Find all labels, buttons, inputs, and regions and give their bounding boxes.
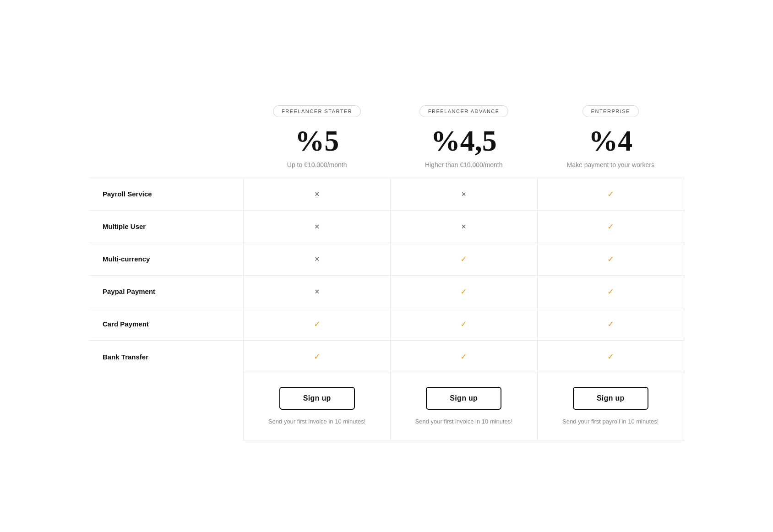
feature-name-cell: Paypal Payment <box>89 276 244 308</box>
feature-name-label: Multiple User <box>98 223 146 230</box>
feature-cell-check: ✓ <box>390 308 537 341</box>
feature-name-label: Payroll Service <box>98 190 152 198</box>
feature-cell-check: ✓ <box>537 308 684 341</box>
x-icon: × <box>315 255 320 264</box>
check-icon: ✓ <box>460 287 467 296</box>
signup-button-0[interactable]: Sign up <box>279 387 355 410</box>
x-icon: × <box>315 287 320 296</box>
check-icon: ✓ <box>460 255 467 264</box>
feature-cell-x: × <box>390 178 537 211</box>
feature-name-label: Bank Transfer <box>98 353 148 361</box>
plan-header-enterprise: ENTERPRISE %4 Make payment to your worke… <box>537 92 684 178</box>
footer-tagline-1: Send your first invoice in 10 minutes! <box>400 417 528 426</box>
feature-label-header-cell <box>89 92 244 178</box>
footer-cell-0: Sign upSend your first invoice in 10 min… <box>244 373 391 440</box>
feature-row: Paypal Payment×✓✓ <box>89 276 684 308</box>
feature-row: Multiple User××✓ <box>89 211 684 243</box>
plan-subtitle-starter: Up to €10.000/month <box>253 161 381 168</box>
check-icon: ✓ <box>607 287 614 296</box>
feature-name-cell: Payroll Service <box>89 178 244 211</box>
plan-subtitle-enterprise: Make payment to your workers <box>546 161 675 168</box>
plan-price-starter: %5 <box>253 126 381 156</box>
feature-name-cell: Bank Transfer <box>89 341 244 373</box>
check-icon: ✓ <box>314 320 321 329</box>
feature-name-label: Paypal Payment <box>98 288 155 295</box>
feature-cell-check: ✓ <box>537 276 684 308</box>
x-icon: × <box>461 222 466 231</box>
check-icon: ✓ <box>314 352 321 361</box>
footer-row: Sign upSend your first invoice in 10 min… <box>89 373 684 440</box>
feature-name-cell: Card Payment <box>89 308 244 341</box>
footer-cell-1: Sign upSend your first invoice in 10 min… <box>390 373 537 440</box>
check-icon: ✓ <box>607 222 614 231</box>
plan-header-advance: FREELANCER ADVANCE %4,5 Higher than €10.… <box>390 92 537 178</box>
feature-cell-check: ✓ <box>390 276 537 308</box>
plan-badge-enterprise: ENTERPRISE <box>546 105 675 126</box>
plan-badge-label-starter: FREELANCER STARTER <box>273 105 361 117</box>
signup-button-1[interactable]: Sign up <box>426 387 501 410</box>
x-icon: × <box>315 222 320 231</box>
plan-badge-label-advance: FREELANCER ADVANCE <box>419 105 508 117</box>
feature-cell-check: ✓ <box>390 243 537 276</box>
check-icon: ✓ <box>607 352 614 361</box>
check-icon: ✓ <box>460 352 467 361</box>
signup-button-2[interactable]: Sign up <box>573 387 648 410</box>
plan-price-enterprise: %4 <box>546 126 675 156</box>
feature-cell-x: × <box>244 178 391 211</box>
footer-empty-cell <box>89 373 244 440</box>
feature-name-label: Multi-currency <box>98 255 150 263</box>
feature-cell-x: × <box>244 243 391 276</box>
plan-badge-label-enterprise: ENTERPRISE <box>582 105 639 117</box>
feature-cell-check: ✓ <box>537 178 684 211</box>
feature-cell-check: ✓ <box>537 341 684 373</box>
feature-cell-check: ✓ <box>244 308 391 341</box>
footer-tagline-0: Send your first invoice in 10 minutes! <box>253 417 381 426</box>
plan-price-advance: %4,5 <box>399 126 528 156</box>
feature-cell-x: × <box>244 276 391 308</box>
check-icon: ✓ <box>607 190 614 199</box>
check-icon: ✓ <box>460 320 467 329</box>
check-icon: ✓ <box>607 320 614 329</box>
feature-cell-check: ✓ <box>537 243 684 276</box>
feature-row: Bank Transfer✓✓✓ <box>89 341 684 373</box>
footer-tagline-2: Send your first payroll in 10 minutes! <box>547 417 675 426</box>
footer-cell-2: Sign upSend your first payroll in 10 min… <box>537 373 684 440</box>
check-icon: ✓ <box>607 255 614 264</box>
feature-row: Payroll Service××✓ <box>89 178 684 211</box>
feature-cell-x: × <box>244 211 391 243</box>
feature-cell-check: ✓ <box>390 341 537 373</box>
feature-name-label: Card Payment <box>98 320 149 328</box>
plan-badge-advance: FREELANCER ADVANCE <box>399 105 528 126</box>
x-icon: × <box>461 190 466 199</box>
feature-row: Card Payment✓✓✓ <box>89 308 684 341</box>
plan-header-starter: FREELANCER STARTER %5 Up to €10.000/mont… <box>244 92 391 178</box>
feature-row: Multi-currency×✓✓ <box>89 243 684 276</box>
plan-badge-starter: FREELANCER STARTER <box>253 105 381 126</box>
pricing-table: FREELANCER STARTER %5 Up to €10.000/mont… <box>89 92 684 440</box>
x-icon: × <box>315 190 320 199</box>
feature-name-cell: Multi-currency <box>89 243 244 276</box>
header-row: FREELANCER STARTER %5 Up to €10.000/mont… <box>89 92 684 178</box>
plan-subtitle-advance: Higher than €10.000/month <box>399 161 528 168</box>
feature-name-cell: Multiple User <box>89 211 244 243</box>
feature-cell-check: ✓ <box>244 341 391 373</box>
feature-cell-check: ✓ <box>537 211 684 243</box>
feature-cell-x: × <box>390 211 537 243</box>
